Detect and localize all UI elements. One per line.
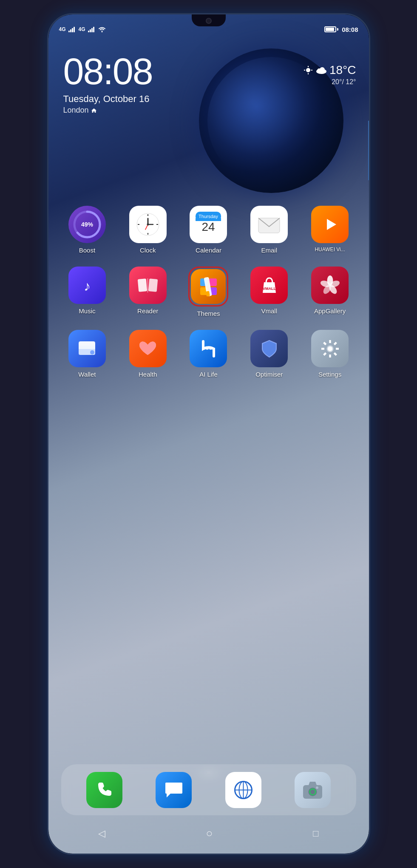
camera-icon <box>295 772 331 808</box>
sun-icon <box>303 65 313 75</box>
boost-graphic: 49% <box>72 209 102 240</box>
app-item-music[interactable]: ♪ Music <box>64 267 111 315</box>
reader-graphic <box>136 274 159 297</box>
svg-point-27 <box>147 224 149 226</box>
dock-item-camera[interactable] <box>294 772 332 808</box>
weather-icon-wrap: 18°C <box>303 63 356 77</box>
messages-graphic <box>163 779 184 800</box>
clock-label: Clock <box>140 247 156 254</box>
weather-range: 20°/ 12° <box>303 78 356 86</box>
svg-rect-40 <box>209 278 217 286</box>
calendar-label: Calendar <box>196 247 221 254</box>
appgallery-graphic <box>318 274 342 297</box>
huawei-video-label: HUAWEI Vi... <box>315 247 345 252</box>
vmall-graphic: VMALL <box>258 274 281 297</box>
svg-point-73 <box>316 786 318 789</box>
vmall-icon: VMALL <box>250 267 288 304</box>
music-label: Music <box>79 307 95 315</box>
app-item-boost[interactable]: 49% Boost <box>64 206 111 254</box>
ailife-label: AI Life <box>199 371 218 378</box>
svg-text:49%: 49% <box>81 221 94 228</box>
svg-line-62 <box>334 353 336 355</box>
vmall-label: Vmall <box>261 307 278 315</box>
app-item-clock[interactable]: Clock <box>125 206 171 254</box>
themes-graphic <box>197 275 220 298</box>
svg-point-55 <box>90 350 94 355</box>
reader-label: Reader <box>137 307 158 315</box>
ailife-icon <box>190 330 227 367</box>
app-item-huawei-video[interactable]: HUAWEI Vi... <box>306 206 353 252</box>
camera-graphic <box>301 778 324 802</box>
wifi-icon <box>98 26 106 32</box>
svg-rect-4 <box>88 31 89 32</box>
app-row-2: ♪ Music Reader <box>57 267 360 317</box>
recent-button[interactable]: □ <box>313 828 318 839</box>
home-icon <box>91 108 97 113</box>
app-item-appgallery[interactable]: AppGallery <box>306 267 353 315</box>
boost-icon: 49% <box>68 206 106 243</box>
status-time: 08:08 <box>342 26 358 33</box>
weather-widget: 18°C 20°/ 12° <box>303 63 356 86</box>
svg-text:24: 24 <box>202 220 215 233</box>
dock-item-phone[interactable] <box>85 772 123 808</box>
phone-icon <box>86 772 122 808</box>
svg-rect-6 <box>91 28 93 32</box>
svg-rect-1 <box>70 29 71 32</box>
svg-rect-2 <box>72 28 73 32</box>
browser-icon <box>225 772 261 808</box>
svg-rect-5 <box>90 29 91 32</box>
huawei-video-graphic <box>319 214 340 235</box>
dock-item-browser[interactable] <box>224 772 262 808</box>
signal1-icon <box>68 26 76 32</box>
app-item-email[interactable]: Email <box>246 206 292 254</box>
app-item-reader[interactable]: Reader <box>125 267 171 315</box>
music-graphic: ♪ <box>77 275 98 296</box>
app-item-vmall[interactable]: VMALL Vmall <box>246 267 292 315</box>
reader-icon <box>129 267 167 304</box>
appgallery-icon <box>311 267 349 304</box>
dock-item-messages[interactable] <box>155 772 193 808</box>
app-row-1: 49% Boost <box>57 206 360 254</box>
calendar-icon: Thursday 24 <box>190 206 227 243</box>
back-button[interactable]: ◁ <box>98 828 105 839</box>
battery-icon <box>324 26 338 32</box>
browser-graphic <box>232 778 255 802</box>
optimiser-icon <box>250 330 288 367</box>
app-item-calendar[interactable]: Thursday 24 Calendar <box>185 206 232 254</box>
camera-sensor <box>206 18 212 24</box>
clock-icon <box>129 206 167 243</box>
signal2-label: 4G <box>79 26 85 32</box>
health-icon <box>129 330 167 367</box>
app-grid: 49% Boost <box>48 206 369 378</box>
svg-rect-7 <box>93 27 94 32</box>
svg-rect-36 <box>138 278 148 292</box>
optimiser-graphic <box>258 337 281 360</box>
signal2-icon <box>88 26 96 32</box>
svg-rect-0 <box>68 31 70 32</box>
status-right: 08:08 <box>324 26 358 33</box>
app-item-health[interactable]: Health <box>125 330 171 378</box>
wallet-icon <box>68 330 106 367</box>
email-graphic <box>256 212 282 237</box>
dock <box>61 764 356 815</box>
svg-line-61 <box>323 342 326 344</box>
appgallery-label: AppGallery <box>314 307 346 315</box>
svg-rect-3 <box>74 27 75 32</box>
home-button[interactable]: ○ <box>206 827 213 840</box>
status-left: 4G 4G <box>59 26 106 32</box>
phone-graphic <box>94 779 115 800</box>
calendar-graphic: Thursday 24 <box>193 210 223 239</box>
svg-text:♪: ♪ <box>84 278 91 294</box>
app-item-ailife[interactable]: AI Life <box>185 330 232 378</box>
app-item-themes[interactable]: Themes <box>185 267 232 317</box>
boost-label: Boost <box>79 247 95 254</box>
app-item-settings[interactable]: Settings <box>306 330 353 378</box>
messages-icon <box>156 772 192 808</box>
health-graphic <box>136 337 159 360</box>
wallet-label: Wallet <box>78 371 96 378</box>
svg-rect-37 <box>148 278 158 292</box>
app-item-wallet[interactable]: Wallet <box>64 330 111 378</box>
settings-graphic <box>318 337 342 360</box>
svg-text:VMALL: VMALL <box>263 286 276 291</box>
app-item-optimiser[interactable]: Optimiser <box>246 330 292 378</box>
